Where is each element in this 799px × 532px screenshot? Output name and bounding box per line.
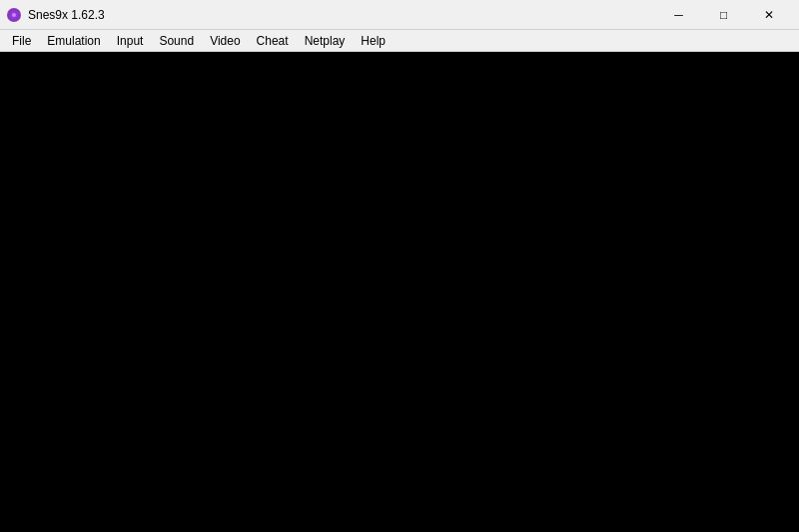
minimize-button[interactable]: ─ [656,0,701,30]
menu-item-file[interactable]: File [4,30,39,51]
menu-item-video[interactable]: Video [202,30,248,51]
menu-bar: FileEmulationInputSoundVideoCheatNetplay… [0,30,799,52]
maximize-button[interactable]: □ [701,0,746,30]
title-bar: Snes9x 1.62.3 ─ □ ✕ [0,0,799,30]
menu-item-input[interactable]: Input [109,30,152,51]
title-bar-left: Snes9x 1.62.3 [6,7,105,23]
menu-item-sound[interactable]: Sound [151,30,202,51]
menu-item-cheat[interactable]: Cheat [249,30,297,51]
menu-item-help[interactable]: Help [353,30,394,51]
window-title: Snes9x 1.62.3 [28,8,105,22]
menu-item-netplay[interactable]: Netplay [297,30,354,51]
app-icon [6,7,22,23]
title-bar-controls: ─ □ ✕ [656,0,791,30]
close-button[interactable]: ✕ [746,0,791,30]
main-content [0,52,799,532]
menu-item-emulation[interactable]: Emulation [39,30,108,51]
svg-point-2 [12,13,16,17]
